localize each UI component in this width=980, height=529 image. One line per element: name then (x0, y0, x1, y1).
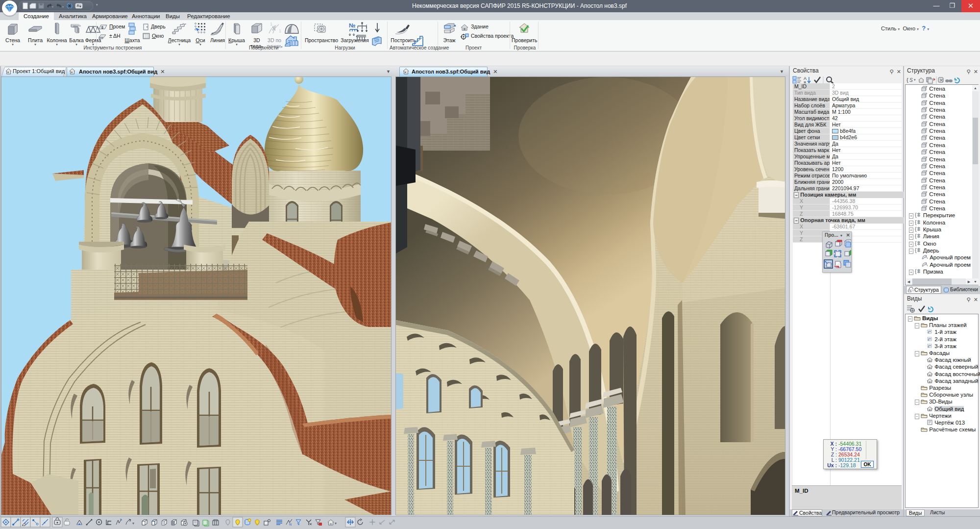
svg-text:N: N (289, 523, 292, 526)
svg-text:▾: ▾ (335, 521, 337, 526)
svg-text:{: { (906, 77, 908, 83)
svg-text:{: { (915, 269, 917, 274)
svg-text:{: { (915, 241, 917, 246)
svg-text:{: { (915, 227, 917, 232)
svg-text:{: { (915, 233, 917, 239)
svg-text:{: { (915, 220, 917, 225)
svg-text:{: { (915, 212, 917, 218)
svg-text:▾: ▾ (52, 5, 53, 8)
svg-text:1: 1 (279, 28, 281, 33)
svg-text:S: S (909, 289, 912, 293)
svg-text:▾: ▾ (914, 78, 916, 81)
svg-text:{: { (915, 248, 917, 253)
svg-text:1: 1 (270, 22, 272, 26)
svg-text:S: S (909, 77, 913, 83)
svg-text:▾: ▾ (62, 5, 64, 8)
svg-text:▾: ▾ (132, 521, 134, 526)
